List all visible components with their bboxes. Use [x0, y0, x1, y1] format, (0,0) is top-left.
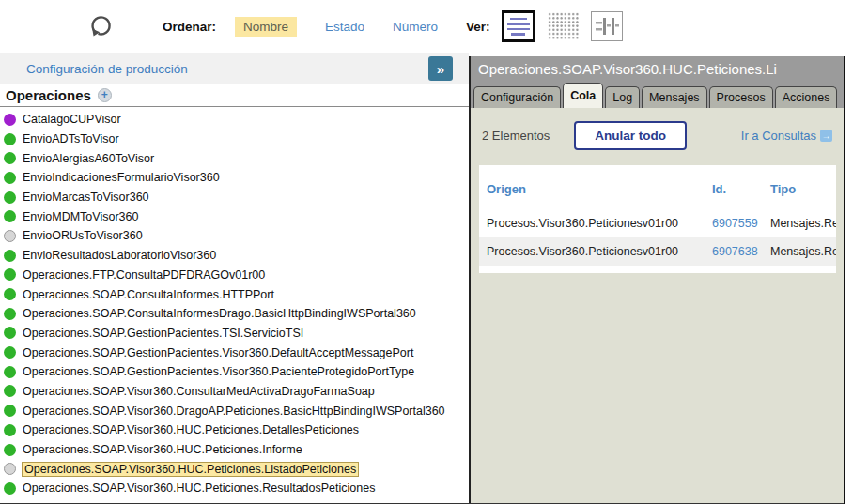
view-mode-icons — [502, 10, 623, 42]
collapse-sidebar-button[interactable]: » — [428, 56, 453, 81]
operation-item[interactable]: Operaciones.FTP.ConsultaPDFDRAGOv01r00 — [0, 266, 469, 285]
split-view-icon[interactable] — [591, 11, 623, 41]
operation-item[interactable]: EnvioMarcasToVisor360 — [0, 188, 469, 207]
tab-log[interactable]: Log — [605, 86, 640, 108]
operation-label: Operaciones.SOAP.Visor360.HUC.Peticiones… — [23, 443, 302, 456]
column-header-id[interactable]: Id. — [705, 175, 763, 204]
column-header-tipo[interactable]: Tipo — [763, 175, 836, 204]
cell-origen: Procesos.Visor360.Peticionesv01r00 — [479, 209, 705, 237]
operation-label: Operaciones.SOAP.ConsultaInformesDrago.B… — [23, 307, 416, 320]
operation-item[interactable]: Operaciones.SOAP.Visor360.ConsultarMedAc… — [0, 382, 469, 402]
operation-item[interactable]: EnvioORUsToVisor360 — [0, 226, 469, 246]
refresh-icon[interactable] — [89, 14, 114, 38]
detail-tabs: ConfiguraciónColaLogMensajesProcesosAcci… — [471, 83, 844, 108]
operation-label: EnvioORUsToVisor360 — [23, 229, 143, 242]
operation-label: Operaciones.SOAP.GestionPacientes.Visor3… — [23, 365, 414, 378]
operation-label: EnvioADTsToVisor — [23, 132, 119, 145]
cell-id-link[interactable]: 6907638 — [705, 237, 763, 266]
cell-origen: Procesos.Visor360.Peticionesv01r00 — [479, 237, 705, 266]
panel-title: Operaciones.SOAP.Visor360.HUC.Peticiones… — [471, 56, 844, 83]
status-dot-green — [4, 191, 16, 204]
operation-label: EnvioAlergiasA60ToVisor — [23, 152, 154, 165]
operation-item[interactable]: EnvioADTsToVisor — [0, 130, 469, 149]
cell-id-link[interactable]: 6907559 — [705, 209, 763, 237]
operation-label: Operaciones.SOAP.Visor360.DragoAP.Petici… — [23, 405, 445, 418]
status-dot-green — [4, 172, 16, 184]
view-label: Ver: — [466, 20, 490, 34]
tab-mensajes[interactable]: Mensajes — [642, 86, 707, 108]
cell-tipo: Mensajes.Re — [763, 237, 836, 266]
operation-label: Operaciones.SOAP.Visor360.HUC.Peticiones… — [23, 463, 358, 476]
tab-procesos[interactable]: Procesos — [709, 86, 773, 108]
operation-label: EnvioResultadosLaboratorioVisor360 — [23, 249, 216, 262]
status-dot-green — [4, 482, 16, 495]
operation-item[interactable]: Operaciones.SOAP.Visor360.HUC.Peticiones… — [0, 479, 469, 498]
operation-label: EnvioMarcasToVisor360 — [23, 191, 149, 204]
operation-item[interactable]: EnvioMDMToVisor360 — [0, 206, 469, 226]
operation-label: Operaciones.SOAP.Visor360.ConsultarMedAc… — [23, 385, 375, 398]
operation-item[interactable]: Operaciones.SOAP.GestionPacientes.Visor3… — [0, 343, 469, 362]
go-to-queries-link[interactable]: Ir a Consultas → — [741, 129, 832, 143]
status-dot-purple — [4, 114, 16, 126]
grid-view-icon[interactable] — [548, 12, 579, 40]
sort-options: NombreEstadoNúmero — [235, 17, 438, 37]
operation-item[interactable]: CatalagoCUPVisor — [0, 110, 469, 130]
operation-item[interactable]: Operaciones.SOAP.Visor360.HUC.Peticiones… — [0, 440, 469, 460]
sort-option-nombre[interactable]: Nombre — [235, 17, 297, 37]
operation-label: Operaciones.SOAP.Visor360.HUC.Peticiones… — [23, 423, 359, 436]
queue-tab-content: 2 Elementos Anular todo Ir a Consultas →… — [471, 108, 844, 504]
operation-item[interactable]: Operaciones.SOAP.Visor360.HUC.Peticiones… — [0, 459, 469, 479]
top-toolbar: Ordenar: NombreEstadoNúmero Ver: — [0, 0, 868, 53]
status-dot-green — [4, 385, 16, 397]
config-bar: Configuración de producción » — [0, 53, 469, 84]
list-view-icon[interactable] — [502, 10, 535, 42]
status-dot-green — [4, 288, 16, 300]
status-dot-green — [4, 346, 16, 359]
operation-label: EnvioIndicacionesFormularioVisor360 — [23, 171, 220, 184]
production-config-link[interactable]: Configuración de producción — [26, 62, 188, 76]
operation-label: CatalagoCUPVisor — [23, 113, 121, 126]
status-dot-green — [4, 308, 16, 320]
column-header-origen[interactable]: Origen — [479, 175, 705, 204]
status-dot-green — [4, 405, 16, 417]
operation-detail-panel: Operaciones.SOAP.Visor360.HUC.Peticiones… — [469, 56, 845, 504]
queue-table: OrigenId.Tipo Procesos.Visor360.Peticion… — [479, 165, 836, 273]
operation-item[interactable]: Operaciones.SOAP.ConsultaInformesDrago.B… — [0, 304, 469, 324]
status-dot-green — [4, 424, 16, 436]
operation-item[interactable]: Operaciones.SOAP.Visor360.DragoAP.Petici… — [0, 401, 469, 420]
operation-label: Operaciones.SOAP.GestionPacientes.Visor3… — [23, 346, 413, 359]
go-to-queries-label: Ir a Consultas — [741, 129, 816, 143]
operations-header: Operaciones + — [0, 84, 469, 107]
cell-tipo: Mensajes.Re — [763, 209, 836, 237]
status-dot-green — [4, 444, 16, 456]
table-row: Procesos.Visor360.Peticionesv01r00690755… — [479, 209, 836, 237]
operation-item[interactable]: Operaciones.SOAP.Visor360.HUC.Peticiones… — [0, 420, 469, 440]
queue-toolbar: 2 Elementos Anular todo Ir a Consultas → — [471, 108, 844, 150]
operations-title: Operaciones — [6, 87, 91, 103]
operation-label: Operaciones.SOAP.GestionPacientes.TSI.Se… — [23, 327, 303, 340]
cancel-all-button[interactable]: Anular todo — [574, 121, 687, 150]
status-dot-green — [4, 250, 16, 262]
status-dot-green — [4, 268, 16, 281]
operation-label: Operaciones.SOAP.ConsultaInformes.HTTPPo… — [23, 288, 274, 301]
status-dot-green — [4, 152, 16, 164]
status-dot-gray — [4, 463, 16, 475]
add-operation-button[interactable]: + — [98, 88, 112, 102]
operation-label: Operaciones.SOAP.Visor360.HUC.Peticiones… — [23, 481, 375, 495]
operation-item[interactable]: Operaciones.SOAP.GestionPacientes.TSI.Se… — [0, 324, 469, 344]
operation-label: Operaciones.FTP.ConsultaPDFDRAGOv01r00 — [23, 268, 265, 282]
sort-option-estado[interactable]: Estado — [325, 20, 364, 34]
operation-item[interactable]: Operaciones.SOAP.GestionPacientes.Visor3… — [0, 362, 469, 382]
operation-item[interactable]: EnvioResultadosLaboratorioVisor360 — [0, 246, 469, 266]
tab-configuración[interactable]: Configuración — [473, 86, 561, 108]
status-dot-gray — [4, 230, 16, 242]
status-dot-green — [4, 366, 16, 378]
operation-item[interactable]: Operaciones.SOAP.ConsultaInformes.HTTPPo… — [0, 284, 469, 304]
operation-item[interactable]: EnvioIndicacionesFormularioVisor360 — [0, 168, 469, 188]
tab-cola[interactable]: Cola — [563, 83, 603, 108]
sort-option-número[interactable]: Número — [393, 20, 438, 34]
operation-item[interactable]: EnvioAlergiasA60ToVisor — [0, 148, 469, 168]
operations-list: CatalagoCUPVisorEnvioADTsToVisorEnvioAle… — [0, 107, 469, 498]
table-row: Procesos.Visor360.Peticionesv01r00690763… — [479, 237, 836, 266]
tab-acciones[interactable]: Acciones — [775, 86, 838, 108]
